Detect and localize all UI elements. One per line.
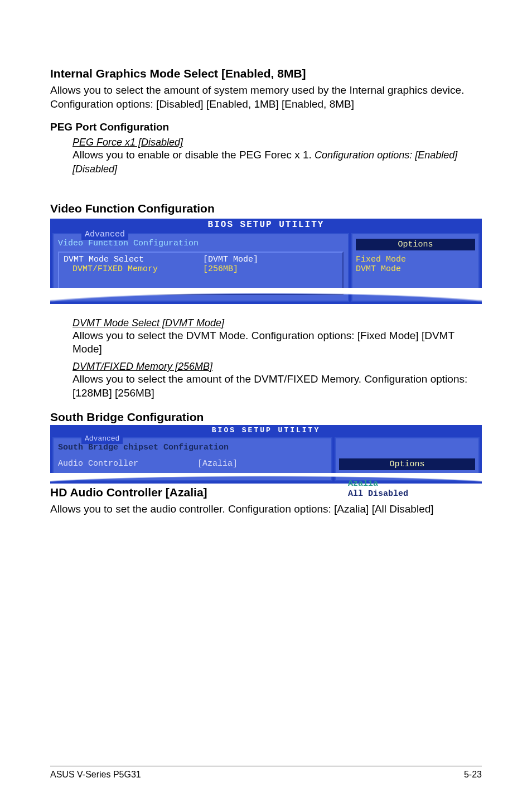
bios1-options-header: Options xyxy=(356,239,475,250)
peg-item-title: PEG Force x1 [Disabled] xyxy=(72,137,482,148)
bios1-left-panel: Video Function Configuration DVMT Mode S… xyxy=(52,233,349,302)
heading-vfc: Video Function Configuration xyxy=(50,202,482,215)
bios1-row-dvmt-mem: DVMT/FIXED Memory [256MB] xyxy=(64,264,338,274)
bios1-panel-title: Video Function Configuration xyxy=(58,239,344,248)
heading-peg: PEG Port Configuration xyxy=(50,121,482,133)
bios1-opt-fixed: Fixed Mode xyxy=(356,255,475,264)
dvmt-mem-title: DVMT/FIXED Memory [256MB] xyxy=(72,361,482,373)
bios1-row1-label: DVMT Mode Select xyxy=(64,255,203,264)
bios2-options-header: Options xyxy=(339,458,475,470)
footer-left: ASUS V-Series P5G31 xyxy=(50,770,141,780)
dvmt-mode-title: DVMT Mode Select [DVMT Mode] xyxy=(72,317,482,329)
bios1-title: BIOS SETUP UTILITY xyxy=(50,219,482,231)
bios2-opt-azalia: Azalia xyxy=(348,479,460,489)
peg-item-body: Allows you to enable or disable the PEG … xyxy=(72,148,482,176)
bios2-opt-all-disabled: All Disabled xyxy=(348,489,460,499)
page-footer: ASUS V-Series P5G31 5-23 xyxy=(50,766,482,780)
para-igms: Allows you to select the amount of syste… xyxy=(50,84,482,111)
bios2-panel-title: South Bridge chipset Configuration xyxy=(58,443,327,452)
dvmt-mode-body: Allows you to select the DVMT Mode. Conf… xyxy=(72,329,482,356)
bios-screenshot-2: BIOS SETUP UTILITY Advanced South Bridge… xyxy=(50,425,482,484)
footer-right: 5-23 xyxy=(464,770,482,780)
para-hd-audio: Allows you to set the audio controller. … xyxy=(50,503,482,516)
bios2-right-panel: Options xyxy=(335,437,480,481)
bios1-row-dvmt-mode: DVMT Mode Select [DVMT Mode] xyxy=(64,255,338,264)
bios1-row1-val: [DVMT Mode] xyxy=(203,255,258,264)
bios1-opt-dvmt: DVMT Mode xyxy=(356,264,475,274)
bios2-row-audio: Audio Controller [Azalia] xyxy=(54,459,331,468)
bios2-tab-advanced: Advanced xyxy=(81,434,123,444)
bios2-options-residual: Azalia All Disabled xyxy=(348,479,460,499)
bios1-right-panel: Options Fixed Mode DVMT Mode xyxy=(351,233,480,302)
bios2-row1-label: Audio Controller xyxy=(58,459,197,468)
heading-sbc: South Bridge Configuration xyxy=(50,410,482,424)
bios2-row1-val: [Azalia] xyxy=(197,459,238,468)
heading-igms: Internal Graphics Mode Select [Enabled, … xyxy=(50,67,482,80)
bios1-row2-label: DVMT/FIXED Memory xyxy=(72,264,203,274)
dvmt-mode-block: DVMT Mode Select [DVMT Mode] Allows you … xyxy=(50,317,482,400)
peg-item: PEG Force x1 [Disabled] Allows you to en… xyxy=(50,137,482,176)
peg-item-body-a: Allows you to enable or disable the PEG … xyxy=(72,149,315,161)
bios1-inset-panel: DVMT Mode Select [DVMT Mode] DVMT/FIXED … xyxy=(58,252,344,295)
bios1-tab-advanced: Advanced xyxy=(81,230,128,240)
bios1-row2-val: [256MB] xyxy=(203,264,238,274)
dvmt-mem-body: Allows you to select the amount of the D… xyxy=(72,373,482,400)
bios-screenshot-1: BIOS SETUP UTILITY Advanced Video Functi… xyxy=(50,219,482,304)
